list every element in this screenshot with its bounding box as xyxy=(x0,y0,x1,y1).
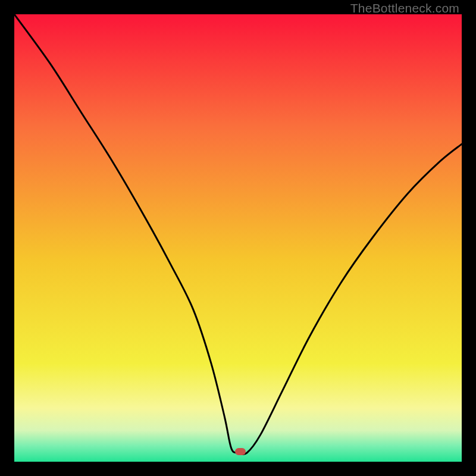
watermark-text: TheBottleneck.com xyxy=(350,1,459,15)
chart-frame xyxy=(14,14,462,462)
optimal-marker xyxy=(235,448,246,455)
bottleneck-chart xyxy=(14,14,462,462)
gradient-background xyxy=(14,14,462,462)
